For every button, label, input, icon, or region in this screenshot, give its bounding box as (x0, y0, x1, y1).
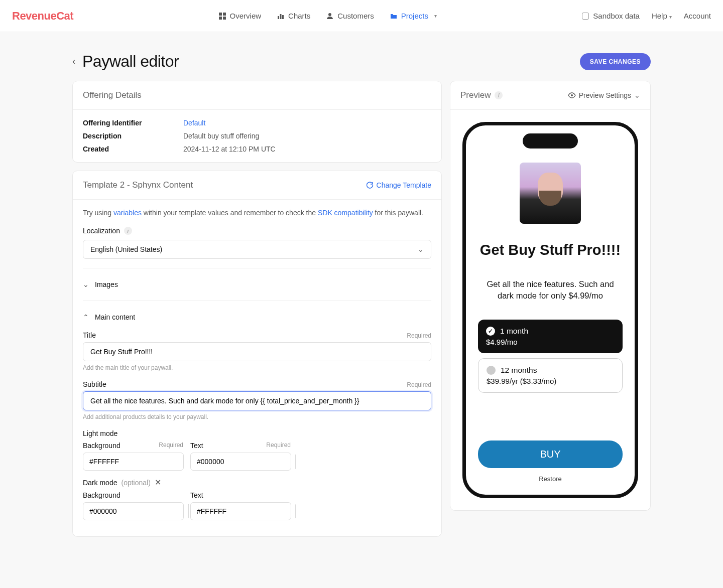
field-help: Add the main title of your paywall. (83, 364, 431, 371)
light-mode-label: Light mode (83, 429, 431, 437)
variables-link[interactable]: variables (113, 209, 142, 217)
field-label: Text (190, 491, 203, 499)
sdk-compat-link[interactable]: SDK compatibility (318, 209, 373, 217)
folder-icon (390, 13, 397, 20)
svg-rect-0 (219, 13, 222, 16)
images-section-toggle[interactable]: ⌄ Images (83, 277, 431, 291)
logo[interactable]: RevenueCat (12, 10, 73, 23)
hint-text: Try using variables within your template… (83, 209, 431, 217)
required-badge: Required (266, 442, 291, 450)
nav-customers[interactable]: Customers (326, 12, 374, 20)
chevron-up-icon: ⌃ (83, 313, 90, 321)
offering-details-card: Offering Details Offering Identifier Def… (72, 81, 442, 163)
card-title: Preview (460, 90, 491, 100)
offering-identifier-link[interactable]: Default (183, 119, 205, 127)
checkbox-icon (582, 13, 589, 20)
card-title: Template 2 - Sphynx Content (83, 180, 193, 190)
svg-rect-5 (280, 14, 282, 19)
top-nav: Overview Charts Customers Projects ▾ (219, 12, 437, 20)
field-label: Title (83, 331, 96, 339)
color-swatch[interactable] (188, 504, 189, 518)
light-text-input[interactable] (190, 453, 291, 471)
color-swatch[interactable] (295, 504, 296, 518)
optional-badge: (optional) (121, 479, 150, 487)
chevron-down-icon: ⌄ (634, 91, 640, 99)
required-badge: Required (407, 332, 431, 339)
chevron-down-icon: ▾ (669, 14, 672, 20)
save-changes-button[interactable]: SAVE CHANGES (580, 53, 651, 70)
package-option-2[interactable]: 12 months $39.99/yr ($3.33/mo) (478, 358, 623, 393)
sandbox-toggle[interactable]: Sandbox data (582, 12, 640, 20)
buy-button[interactable]: BUY (478, 440, 623, 468)
bar-chart-icon (277, 13, 284, 20)
svg-point-7 (328, 13, 331, 16)
change-template-link[interactable]: Change Template (367, 181, 431, 189)
detail-value: 2024-11-12 at 12:10 PM UTC (183, 145, 276, 153)
package-price: $4.99/mo (486, 338, 615, 346)
package-option-1[interactable]: 1 month $4.99/mo (478, 320, 623, 353)
back-button[interactable]: ‹ (72, 56, 75, 67)
detail-label: Created (83, 145, 183, 153)
field-label: Subtitle (83, 380, 106, 388)
required-badge: Required (159, 442, 183, 450)
title-input[interactable] (83, 342, 431, 361)
detail-value: Default buy stuff offering (183, 132, 259, 140)
light-bg-input[interactable] (83, 453, 184, 471)
dark-mode-label: Dark mode (83, 479, 117, 487)
chevron-down-icon: ▾ (434, 13, 437, 19)
field-label: Background (83, 491, 120, 499)
subtitle-input[interactable] (83, 391, 431, 410)
refresh-icon (367, 182, 374, 189)
chevron-down-icon: ⌄ (418, 245, 424, 253)
page-title: Paywall editor (82, 52, 179, 71)
svg-rect-4 (278, 16, 279, 19)
preview-card: Preview i Preview Settings ⌄ (450, 81, 651, 511)
locale-select[interactable]: English (United States) ⌄ (83, 240, 431, 259)
svg-rect-2 (219, 17, 222, 20)
dark-text-input[interactable] (190, 502, 291, 520)
eye-icon (568, 91, 576, 99)
nav-charts[interactable]: Charts (277, 12, 310, 20)
field-label: Text (190, 442, 203, 450)
grid-icon (219, 13, 226, 20)
detail-label: Offering Identifier (83, 119, 183, 127)
preview-settings-toggle[interactable]: Preview Settings ⌄ (568, 91, 640, 99)
restore-link[interactable]: Restore (539, 475, 562, 483)
package-price: $39.99/yr ($3.33/mo) (487, 377, 614, 385)
field-label: Background (83, 442, 120, 450)
radio-unselected-icon (487, 366, 496, 375)
help-menu[interactable]: Help▾ (652, 12, 672, 20)
localization-label: Localization i (83, 227, 431, 235)
svg-rect-6 (282, 15, 284, 19)
account-link[interactable]: Account (684, 12, 711, 20)
field-help: Add additional products details to your … (83, 413, 431, 420)
info-icon[interactable]: i (124, 227, 132, 235)
svg-point-8 (571, 94, 573, 96)
preview-hero-image (520, 163, 581, 224)
template-content-card: Template 2 - Sphynx Content Change Templ… (72, 171, 442, 537)
detail-label: Description (83, 132, 183, 140)
info-icon[interactable]: i (495, 91, 503, 99)
svg-rect-1 (223, 13, 226, 16)
phone-notch (523, 133, 578, 149)
phone-preview: Get Buy Stuff Pro!!!! Get all the nice f… (462, 122, 638, 498)
main-content-section-toggle[interactable]: ⌃ Main content (83, 310, 431, 324)
required-badge: Required (407, 381, 431, 388)
color-swatch[interactable] (295, 455, 296, 469)
chevron-down-icon: ⌄ (83, 280, 90, 288)
remove-dark-mode-button[interactable]: ✕ (155, 478, 161, 487)
nav-projects[interactable]: Projects ▾ (390, 12, 437, 20)
preview-subtitle: Get all the nice features. Such and dark… (478, 278, 623, 302)
dark-bg-input[interactable] (83, 502, 184, 520)
svg-rect-3 (223, 17, 226, 20)
card-title: Offering Details (83, 90, 142, 100)
radio-selected-icon (486, 327, 495, 336)
nav-overview[interactable]: Overview (219, 12, 262, 20)
person-icon (326, 13, 333, 20)
preview-title: Get Buy Stuff Pro!!!! (480, 242, 621, 258)
